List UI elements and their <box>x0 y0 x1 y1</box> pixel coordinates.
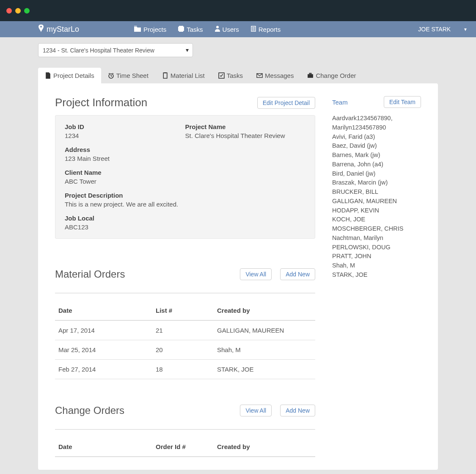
team-member: Aardvark1234567890, Marilyn1234567890 <box>332 114 421 132</box>
tab-tasks-label: Tasks <box>227 72 243 79</box>
description-value: This is a new project. We are all excite… <box>65 201 305 208</box>
caret-down-icon: ▼ <box>463 27 468 32</box>
project-name-value: St. Clare's Hospital Theater Review <box>185 132 306 139</box>
team-member: Barrena, John (a4) <box>332 160 421 169</box>
table-row[interactable]: Mar 25, 201420Shah, M <box>55 340 315 360</box>
td-list: 21 <box>156 327 217 334</box>
material-view-all-button[interactable]: View All <box>240 268 272 280</box>
panel-side: Team Edit Team Aardvark1234567890, Maril… <box>332 96 421 457</box>
td-date: Apr 17, 2014 <box>58 327 156 334</box>
nav-user-menu[interactable]: JOE STARK ▼ <box>418 26 468 33</box>
nav-tasks-label: Tasks <box>187 26 203 33</box>
description-label: Project Description <box>65 192 305 199</box>
nav-users[interactable]: Users <box>215 26 239 33</box>
change-add-new-button[interactable]: Add New <box>280 405 315 416</box>
team-member: Avivi, Farid (a3) <box>332 132 421 142</box>
table-row[interactable]: Apr 17, 201421GALLIGAN, MAUREEN <box>55 321 315 340</box>
team-member: Nachtman, Marilyn <box>332 234 421 243</box>
team-member: MOSCHBERGER, CHRIS <box>332 224 421 234</box>
material-add-new-button[interactable]: Add New <box>280 268 315 280</box>
team-member: Braszak, Marcin (jw) <box>332 178 421 187</box>
nav-user-label: JOE STARK <box>418 26 451 33</box>
tab-project-details[interactable]: Project Details <box>38 68 101 83</box>
brand[interactable]: myStarLo <box>38 25 79 34</box>
check-icon <box>178 26 184 33</box>
project-info-box: Job ID 1234 Project Name St. Clare's Hos… <box>55 115 315 239</box>
job-local-label: Job Local <box>65 215 305 222</box>
team-member: Baez, David (jw) <box>332 141 421 151</box>
brand-label: myStarLo <box>47 25 79 34</box>
team-member: HODAPP, KEVIN <box>332 206 421 215</box>
nav-reports[interactable]: Reports <box>251 26 281 33</box>
client-name-value: ABC Tower <box>65 178 305 185</box>
th-createdby: Created by <box>217 443 312 450</box>
td-date: Mar 25, 2014 <box>58 346 156 353</box>
nav-projects[interactable]: Projects <box>134 26 166 33</box>
window-close-button[interactable] <box>6 8 12 14</box>
clock-icon <box>108 72 114 79</box>
nav-projects-label: Projects <box>143 26 166 33</box>
th-date: Date <box>58 443 156 450</box>
window-minimize-button[interactable] <box>15 8 21 14</box>
navbar: myStarLo Projects Tasks Users Reports JO… <box>0 21 476 37</box>
edit-team-button[interactable]: Edit Team <box>384 96 421 108</box>
team-member: Bird, Daniel (jw) <box>332 169 421 179</box>
address-label: Address <box>65 146 305 153</box>
td-list: 20 <box>156 346 217 353</box>
address-value: 123 Main Street <box>65 155 305 162</box>
tab-project-details-label: Project Details <box>53 72 94 79</box>
team-member: Barnes, Mark (jw) <box>332 151 421 160</box>
user-icon <box>215 26 220 33</box>
panel-main: Project Information Edit Project Detail … <box>55 96 315 457</box>
svg-rect-3 <box>308 74 314 78</box>
window-maximize-button[interactable] <box>24 8 30 14</box>
briefcase-icon <box>307 72 314 79</box>
change-table-head: Date Order Id # Created by <box>55 437 315 457</box>
team-member: PERLOWSKI, DOUG <box>332 243 421 252</box>
change-orders-title: Change Orders <box>55 405 124 416</box>
tab-material-list[interactable]: Material List <box>155 68 212 83</box>
change-view-all-button[interactable]: View All <box>240 405 272 416</box>
tab-change-order-label: Change Order <box>316 72 356 79</box>
team-member: BRUCKER, BILL <box>332 187 421 197</box>
job-id-value: 1234 <box>65 132 185 139</box>
project-name-label: Project Name <box>185 123 306 130</box>
td-createdby: GALLIGAN, MAUREEN <box>217 327 312 334</box>
th-orderid: Order Id # <box>156 443 217 450</box>
brand-icon <box>38 25 44 34</box>
job-id-label: Job ID <box>65 123 185 130</box>
team-title: Team <box>332 99 348 106</box>
team-member: PRATT, JOHN <box>332 252 421 261</box>
clipboard-icon <box>162 72 168 79</box>
material-table-head: Date List # Created by <box>55 301 315 321</box>
th-createdby: Created by <box>217 307 312 314</box>
nav-reports-label: Reports <box>259 26 281 33</box>
td-createdby: Shah, M <box>217 346 312 353</box>
nav-users-label: Users <box>223 26 239 33</box>
tab-change-order[interactable]: Change Order <box>300 68 363 83</box>
table-row[interactable]: Feb 27, 201418STARK, JOE <box>55 360 315 379</box>
edit-project-button[interactable]: Edit Project Detail <box>257 97 315 109</box>
th-list: List # <box>156 307 217 314</box>
tabs: Project Details Time Sheet Material List… <box>38 68 438 83</box>
material-orders-title: Material Orders <box>55 268 125 280</box>
file-icon <box>45 72 51 79</box>
td-date: Feb 27, 2014 <box>58 366 156 373</box>
envelope-icon <box>256 72 263 79</box>
project-info-title: Project Information <box>55 96 147 109</box>
tab-time-sheet[interactable]: Time Sheet <box>101 68 155 83</box>
titlebar <box>0 0 476 21</box>
team-list: Aardvark1234567890, Marilyn1234567890Avi… <box>332 114 421 280</box>
tab-messages-label: Messages <box>265 72 294 79</box>
project-select[interactable]: 1234 - St. Clare's Hospital Theater Revi… <box>38 43 193 57</box>
tab-messages[interactable]: Messages <box>250 68 300 83</box>
checklist-icon <box>218 72 225 79</box>
team-member: STARK, JOE <box>332 270 421 280</box>
td-createdby: STARK, JOE <box>217 366 312 373</box>
nav-tasks[interactable]: Tasks <box>178 26 203 33</box>
tab-tasks[interactable]: Tasks <box>212 68 250 83</box>
th-date: Date <box>58 307 156 314</box>
divider <box>55 293 315 293</box>
client-name-label: Client Name <box>65 169 305 176</box>
folder-icon <box>134 26 141 33</box>
